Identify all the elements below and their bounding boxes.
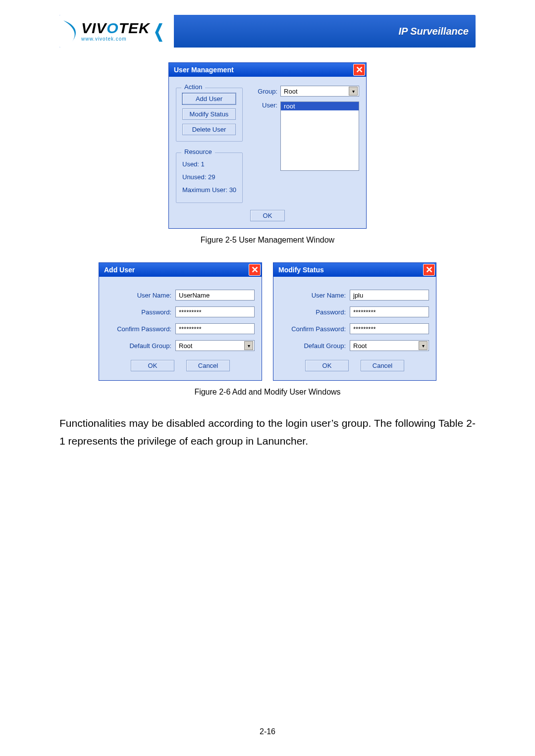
list-item[interactable]: root xyxy=(281,102,359,110)
dialog-titlebar: Add User ✕ xyxy=(99,263,262,277)
close-icon[interactable]: ✕ xyxy=(249,264,261,276)
modify-status-dialog: Modify Status ✕ User Name: jplu Password… xyxy=(273,262,436,381)
username-input[interactable]: jplu xyxy=(350,290,429,301)
password-label: Password: xyxy=(106,308,175,316)
unused-label: Unused: xyxy=(182,173,206,181)
delete-user-button[interactable]: Delete User xyxy=(182,124,236,135)
chevron-down-icon: ▾ xyxy=(244,341,253,350)
figure-caption-1: Figure 2-5 User Management Window xyxy=(59,236,476,245)
default-group-label: Default Group: xyxy=(106,342,175,350)
close-icon[interactable]: ✕ xyxy=(353,64,365,76)
action-fieldset: Action Add User Modify Status Delete Use… xyxy=(176,88,243,142)
user-listbox[interactable]: root xyxy=(280,101,359,171)
cancel-button[interactable]: Cancel xyxy=(361,360,404,371)
add-user-button[interactable]: Add User xyxy=(182,93,236,104)
default-group-label: Default Group: xyxy=(280,342,350,350)
ok-button[interactable]: OK xyxy=(305,360,349,371)
dialog-titlebar: User Management ✕ xyxy=(169,63,366,77)
chevron-down-icon: ▾ xyxy=(349,87,358,96)
confirm-password-input[interactable]: ********* xyxy=(350,323,429,334)
group-select[interactable]: Root ▾ xyxy=(280,86,359,97)
chevron-icon: ❮ xyxy=(153,21,163,42)
dialog-titlebar: Modify Status ✕ xyxy=(273,263,436,277)
ok-button[interactable]: OK xyxy=(131,360,174,371)
action-legend: Action xyxy=(181,83,205,91)
confirm-password-input[interactable]: ********* xyxy=(175,323,255,334)
user-management-dialog: User Management ✕ Action Add User Modify… xyxy=(168,62,367,229)
dialog-title: User Management xyxy=(174,66,234,74)
max-user-label: Maximum User: xyxy=(182,186,227,194)
group-label: Group: xyxy=(252,88,277,95)
modify-status-button[interactable]: Modify Status xyxy=(182,108,236,120)
brand-logo: VIVOTEK www.vivotek.com ❮ xyxy=(59,15,174,48)
group-value: Root xyxy=(284,88,297,95)
add-user-dialog: Add User ✕ User Name: UserName Password:… xyxy=(99,262,262,381)
used-value: 1 xyxy=(201,160,205,168)
confirm-password-label: Confirm Password: xyxy=(106,325,175,333)
max-user-value: 30 xyxy=(229,186,236,194)
resource-legend: Resource xyxy=(181,148,215,155)
brand-url: www.vivotek.com xyxy=(81,37,150,42)
username-label: User Name: xyxy=(106,292,175,299)
username-label: User Name: xyxy=(280,292,350,299)
unused-value: 29 xyxy=(208,173,215,181)
swoosh-icon xyxy=(62,19,81,43)
close-icon[interactable]: ✕ xyxy=(423,264,435,276)
tagline: IP Surveillance xyxy=(398,26,469,37)
page-number: 2-16 xyxy=(0,727,535,736)
dialog-title: Modify Status xyxy=(278,266,324,274)
confirm-password-label: Confirm Password: xyxy=(280,325,350,333)
document-page: VIVOTEK www.vivotek.com ❮ IP Surveillanc… xyxy=(0,0,535,756)
password-label: Password: xyxy=(280,308,350,316)
chevron-down-icon: ▾ xyxy=(419,341,428,350)
figure-caption-2: Figure 2-6 Add and Modify User Windows xyxy=(59,388,476,397)
brand-wordmark: VIVOTEK xyxy=(81,21,150,36)
password-input[interactable]: ********* xyxy=(175,306,255,317)
dialog-title: Add User xyxy=(104,266,135,274)
default-group-select[interactable]: Root ▾ xyxy=(175,340,255,351)
resource-fieldset: Resource Used: 1 Unused: 29 Maximum User… xyxy=(176,152,243,203)
ok-button[interactable]: OK xyxy=(250,210,285,221)
body-paragraph: Functionalities may be disabled accordin… xyxy=(59,414,476,450)
password-input[interactable]: ********* xyxy=(350,306,429,317)
cancel-button[interactable]: Cancel xyxy=(186,360,230,371)
username-input[interactable]: UserName xyxy=(175,290,255,301)
default-group-select[interactable]: Root ▾ xyxy=(350,340,429,351)
used-label: Used: xyxy=(182,160,199,168)
user-label: User: xyxy=(252,101,277,109)
header-banner: VIVOTEK www.vivotek.com ❮ IP Surveillanc… xyxy=(59,15,476,48)
